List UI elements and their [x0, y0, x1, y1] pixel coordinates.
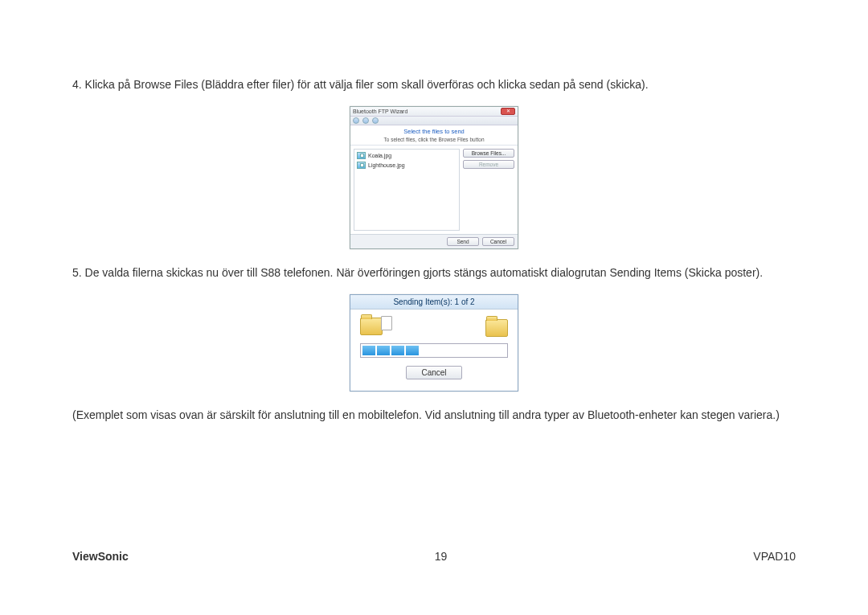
sending-cancel-button[interactable]: Cancel — [406, 366, 462, 379]
wizard-title-text: Bluetooth FTP Wizard — [353, 109, 407, 114]
wizard-title-bar: Bluetooth FTP Wizard ✕ — [350, 107, 518, 117]
footer-brand: ViewSonic — [72, 550, 129, 563]
footer-model: VPAD10 — [753, 550, 796, 563]
progress-bar — [360, 343, 508, 358]
sending-figure: Sending Item(s): 1 of 2 Cancel — [72, 294, 796, 392]
toolbar-back-icon[interactable] — [353, 117, 359, 124]
progress-segment — [377, 346, 390, 355]
cancel-button[interactable]: Cancel — [482, 237, 514, 246]
step-5-text: 5. De valda filerna skickas nu över till… — [72, 264, 796, 283]
toolbar-forward-icon[interactable] — [362, 117, 369, 124]
toolbar-refresh-icon[interactable] — [372, 117, 379, 124]
file-item[interactable]: Lighthouse.jpg — [357, 162, 457, 169]
file-name: Koala.jpg — [368, 153, 391, 158]
file-list[interactable]: Koala.jpg Lighthouse.jpg — [354, 149, 460, 231]
footer-page-number: 19 — [435, 550, 448, 563]
progress-segment — [406, 346, 419, 355]
example-note: (Exemplet som visas ovan är särskilt för… — [72, 406, 796, 425]
source-folder-icon — [360, 318, 389, 338]
file-item[interactable]: Koala.jpg — [357, 152, 457, 159]
image-file-icon — [357, 162, 366, 169]
progress-segment — [391, 346, 404, 355]
step-4-text: 4. Klicka på Browse Files (Bläddra efter… — [72, 76, 796, 95]
wizard-heading: Select the files to send — [354, 128, 514, 135]
progress-segment — [362, 346, 375, 355]
remove-button[interactable]: Remove — [463, 160, 514, 169]
send-button[interactable]: Send — [447, 237, 479, 246]
image-file-icon — [357, 152, 366, 159]
page-footer: ViewSonic 19 VPAD10 — [72, 550, 796, 563]
transfer-row — [360, 318, 508, 338]
file-name: Lighthouse.jpg — [368, 162, 405, 168]
wizard-figure: Bluetooth FTP Wizard ✕ Select the files … — [72, 106, 796, 249]
wizard-header: Select the files to send To select files… — [350, 125, 518, 146]
close-icon[interactable]: ✕ — [501, 108, 515, 115]
wizard-subheading: To select files, click the Browse Files … — [354, 137, 514, 142]
browse-files-button[interactable]: Browse Files... — [463, 149, 514, 158]
sending-items-dialog: Sending Item(s): 1 of 2 Cancel — [350, 294, 518, 392]
bluetooth-ftp-wizard-dialog: Bluetooth FTP Wizard ✕ Select the files … — [350, 106, 518, 249]
wizard-toolbar — [350, 117, 518, 125]
sending-title-bar: Sending Item(s): 1 of 2 — [350, 295, 518, 310]
destination-folder-icon — [485, 319, 508, 337]
